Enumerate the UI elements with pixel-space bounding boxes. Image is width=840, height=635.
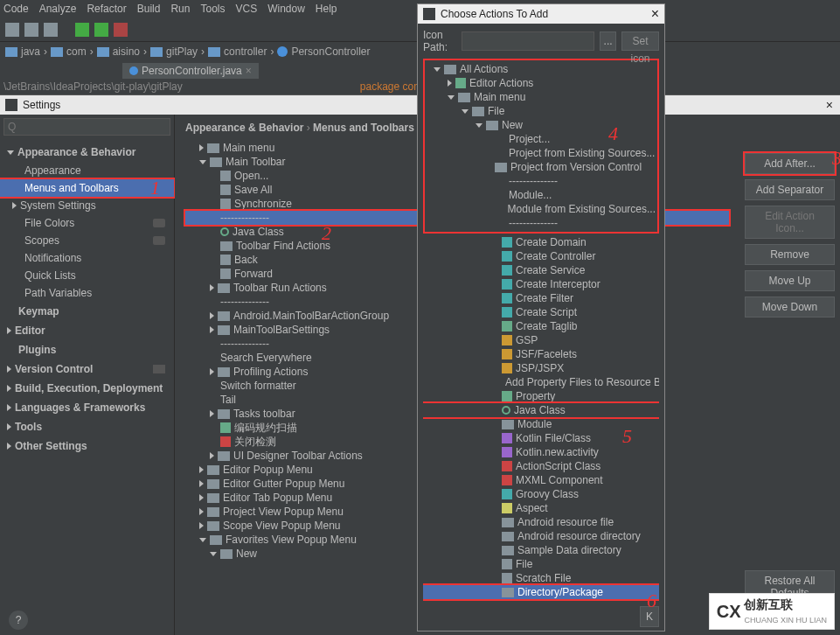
app-icon xyxy=(5,99,17,111)
debug-icon[interactable] xyxy=(94,23,108,37)
action-tree-row[interactable]: Kotlin File/Class xyxy=(423,431,659,445)
actions-tree-top[interactable]: All ActionsEditor ActionsMain menuFileNe… xyxy=(423,59,659,234)
folder-icon xyxy=(51,47,63,57)
action-tree-row[interactable]: MXML Component xyxy=(423,473,659,487)
menu-vcs[interactable]: VCS xyxy=(235,3,257,15)
sidebar-category[interactable]: Languages & Frameworks xyxy=(0,398,174,417)
sidebar-category[interactable]: Keymap xyxy=(0,302,174,321)
sidebar-item[interactable]: Notifications xyxy=(0,249,174,267)
action-tree-row[interactable]: Android resource directory xyxy=(423,529,659,543)
sync-icon[interactable] xyxy=(44,23,58,37)
sidebar-item[interactable]: File Colors xyxy=(0,214,174,232)
folder-icon xyxy=(97,47,109,57)
sidebar-category[interactable]: Editor xyxy=(0,321,174,340)
settings-title-text: Settings xyxy=(23,99,60,111)
sidebar-item[interactable]: Menus and Toolbars xyxy=(0,179,174,197)
sidebar-category[interactable]: Plugins xyxy=(0,340,174,359)
stop-icon[interactable] xyxy=(114,23,128,37)
search-input[interactable] xyxy=(3,118,170,136)
actions-tree-rest[interactable]: Create DomainCreate ControllerCreate Ser… xyxy=(423,235,659,611)
save-icon[interactable] xyxy=(24,23,38,37)
move-up-button[interactable]: Move Up xyxy=(745,270,835,291)
action-tree-row[interactable]: Module xyxy=(423,417,659,431)
action-tree-row[interactable]: -------------- xyxy=(427,174,656,188)
close-icon[interactable]: × xyxy=(246,65,252,77)
action-tree-row[interactable]: File xyxy=(423,557,659,571)
class-icon xyxy=(277,46,288,57)
action-tree-row[interactable]: Create Service xyxy=(423,263,659,277)
menu-window[interactable]: Window xyxy=(267,3,305,15)
menu-refactor[interactable]: Refactor xyxy=(87,3,126,15)
action-tree-row[interactable]: Main menu xyxy=(427,90,656,104)
tab-personcontroller[interactable]: PersonController.java × xyxy=(122,63,259,79)
dialog-titlebar[interactable]: Choose Actions To Add × xyxy=(418,4,664,24)
settings-buttons: Add After... Add Separator Edit Action I… xyxy=(739,115,840,635)
icon-path-label: Icon Path: xyxy=(423,29,456,53)
action-tree-row[interactable]: Module from Existing Sources... xyxy=(427,202,656,216)
menu-code[interactable]: Code xyxy=(3,3,29,15)
action-tree-row[interactable]: Create Filter xyxy=(423,291,659,305)
add-after-button[interactable]: Add After... xyxy=(745,153,835,174)
close-icon[interactable]: × xyxy=(826,98,833,112)
menu-help[interactable]: Help xyxy=(316,3,337,15)
open-icon[interactable] xyxy=(5,23,19,37)
action-tree-row[interactable]: Property xyxy=(423,389,659,403)
edit-action-icon-button[interactable]: Edit Action Icon... xyxy=(745,206,835,239)
dialog-title-text: Choose Actions To Add xyxy=(441,8,548,20)
action-tree-row[interactable]: Create Interceptor xyxy=(423,277,659,291)
action-tree-row[interactable]: Project from Existing Sources... xyxy=(427,146,656,160)
help-button[interactable]: ? xyxy=(9,611,28,630)
move-down-button[interactable]: Move Down xyxy=(745,297,835,318)
action-tree-row[interactable]: Add Property Files to Resource Bu xyxy=(423,375,659,389)
sidebar-item[interactable]: Scopes xyxy=(0,232,174,249)
icon-path-input[interactable] xyxy=(462,31,594,51)
action-tree-row[interactable]: JSF/Facelets xyxy=(423,347,659,361)
watermark-logo: CX 创新互联CHUANG XIN HU LIAN xyxy=(709,593,835,630)
sidebar-item[interactable]: Path Variables xyxy=(0,284,174,302)
action-tree-row[interactable]: Create Script xyxy=(423,305,659,319)
action-tree-row[interactable]: Groovy Class xyxy=(423,487,659,501)
action-tree-row[interactable]: Module... xyxy=(427,188,656,202)
action-tree-row[interactable]: Java Class xyxy=(423,403,659,417)
action-tree-row[interactable]: Create Taglib xyxy=(423,319,659,333)
action-tree-row[interactable]: All Actions xyxy=(427,62,656,76)
menu-tools[interactable]: Tools xyxy=(200,3,225,15)
close-icon[interactable]: × xyxy=(651,6,659,22)
ok-button[interactable]: K xyxy=(640,606,659,627)
sidebar-category[interactable]: Appearance & Behavior xyxy=(0,143,174,162)
folder-icon xyxy=(5,47,17,57)
menu-run[interactable]: Run xyxy=(170,3,190,15)
action-tree-row[interactable]: Aspect xyxy=(423,501,659,515)
settings-sidebar[interactable]: Appearance & BehaviorAppearanceMenus and… xyxy=(0,115,175,635)
sidebar-item[interactable]: System Settings xyxy=(0,197,174,214)
action-tree-row[interactable]: Sample Data directory xyxy=(423,543,659,557)
browse-button[interactable]: ... xyxy=(600,31,616,51)
action-tree-row[interactable]: Kotlin.new.activity xyxy=(423,445,659,459)
action-tree-row[interactable]: Android resource file xyxy=(423,515,659,529)
add-separator-button[interactable]: Add Separator xyxy=(745,179,835,200)
sidebar-category[interactable]: Version Control xyxy=(0,359,174,379)
remove-button[interactable]: Remove xyxy=(745,244,835,265)
set-icon-button[interactable]: Set icon xyxy=(621,31,659,51)
action-tree-row[interactable]: Create Controller xyxy=(423,249,659,263)
action-tree-row[interactable]: New xyxy=(427,118,656,132)
action-tree-row[interactable]: Create Domain xyxy=(423,235,659,249)
action-tree-row[interactable]: -------------- xyxy=(427,216,656,230)
action-tree-row[interactable]: Directory/Package xyxy=(423,585,659,599)
action-tree-row[interactable]: File xyxy=(427,104,656,118)
sidebar-item[interactable]: Appearance xyxy=(0,162,174,179)
action-tree-row[interactable]: Editor Actions xyxy=(427,76,656,90)
action-tree-row[interactable]: ActionScript Class xyxy=(423,459,659,473)
menu-analyze[interactable]: Analyze xyxy=(39,3,77,15)
action-tree-row[interactable]: Scratch File xyxy=(423,571,659,585)
action-tree-row[interactable]: JSP/JSPX xyxy=(423,361,659,375)
sidebar-item[interactable]: Quick Lists xyxy=(0,267,174,284)
action-tree-row[interactable]: Project... xyxy=(427,132,656,146)
sidebar-category[interactable]: Other Settings xyxy=(0,436,174,456)
run-icon[interactable] xyxy=(75,23,89,37)
sidebar-category[interactable]: Build, Execution, Deployment xyxy=(0,379,174,398)
menu-build[interactable]: Build xyxy=(137,3,161,15)
action-tree-row[interactable]: GSP xyxy=(423,333,659,347)
sidebar-category[interactable]: Tools xyxy=(0,417,174,436)
action-tree-row[interactable]: Project from Version Control xyxy=(427,160,656,174)
